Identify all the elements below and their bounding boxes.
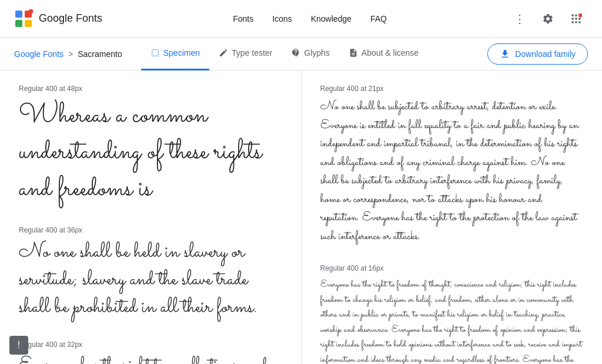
logo[interactable]: Google Fonts (14, 9, 102, 28)
tab-glyphs-label: Glyphs (304, 48, 330, 58)
feedback-button[interactable]: ! (9, 336, 28, 355)
svg-rect-10 (578, 18, 580, 19)
svg-rect-13 (578, 21, 580, 23)
specimen-text-32: Everyone has the right to an effective r… (19, 353, 282, 364)
download-button-label: Download family (515, 49, 576, 59)
specimen-icon (150, 48, 160, 58)
svg-point-14 (578, 13, 582, 17)
tab-type-tester-label: Type tester (232, 48, 272, 58)
size-label-48: Regular 400 at 48px (19, 85, 282, 93)
download-family-button[interactable]: Download family (487, 43, 588, 65)
breadcrumb-parent[interactable]: Google Fonts (14, 49, 63, 59)
header: Google Fonts Fonts Icons Knowledge FAQ ⋮ (0, 0, 602, 38)
settings-button[interactable] (536, 7, 560, 31)
main-nav: Fonts Icons Knowledge FAQ (131, 12, 489, 26)
header-actions: ⋮ (508, 7, 588, 31)
main-content: Regular 400 at 48px Whereas a common und… (0, 70, 602, 364)
apps-icon (570, 13, 582, 25)
specimen-48px: Regular 400 at 48px Whereas a common und… (19, 85, 282, 207)
specimen-32px: Regular 400 at 32px Everyone has the rig… (19, 341, 282, 364)
tab-about-label: About & license (362, 48, 419, 58)
breadcrumb-separator: > (68, 49, 73, 59)
tab-about[interactable]: About & license (339, 38, 428, 70)
tab-type-tester[interactable]: Type tester (209, 38, 282, 70)
specimen-21px: Regular 400 at 21px No one shall be subj… (320, 85, 584, 245)
svg-rect-6 (575, 14, 577, 16)
more-options-button[interactable]: ⋮ (508, 7, 531, 31)
specimen-right-column: Regular 400 at 21px No one shall be subj… (302, 70, 603, 364)
glyphs-icon (291, 48, 300, 58)
tab-specimen[interactable]: Specimen (141, 38, 209, 70)
specimen-text-21: No one shall be subjected to arbitrary a… (320, 97, 584, 245)
size-label-36: Regular 400 at 36px (19, 226, 282, 234)
specimen-text-48: Whereas a common understanding of these … (19, 97, 282, 207)
feedback-icon: ! (18, 340, 20, 350)
nav-faq[interactable]: FAQ (370, 12, 387, 26)
nav-knowledge[interactable]: Knowledge (311, 12, 352, 26)
type-tester-icon (219, 48, 228, 58)
size-label-32: Regular 400 at 32px (19, 341, 282, 349)
specimen-text-36: No one shall be held in slavery or servi… (19, 239, 282, 321)
logo-text: Google Fonts (39, 12, 102, 25)
tab-specimen-label: Specimen (163, 48, 200, 58)
nav-icons[interactable]: Icons (272, 12, 292, 26)
about-icon (349, 48, 358, 58)
svg-rect-11 (572, 21, 574, 23)
tab-glyphs[interactable]: Glyphs (282, 38, 339, 70)
svg-rect-5 (572, 14, 574, 16)
specimen-16px: Regular 400 at 16px Everyone has the rig… (320, 264, 584, 364)
svg-rect-0 (15, 11, 22, 18)
size-label-21: Regular 400 at 21px (320, 85, 584, 93)
svg-rect-3 (25, 20, 32, 27)
svg-rect-2 (15, 20, 22, 27)
tabs: Specimen Type tester Glyphs About & lice… (141, 38, 488, 70)
specimen-36px: Regular 400 at 36px No one shall be held… (19, 226, 282, 321)
svg-rect-9 (575, 18, 577, 19)
nav-fonts[interactable]: Fonts (233, 12, 253, 26)
svg-rect-12 (575, 21, 577, 23)
google-logo-icon (14, 9, 33, 28)
specimen-left-column: Regular 400 at 48px Whereas a common und… (0, 70, 302, 364)
subnav: Google Fonts > Sacramento Specimen Type … (0, 38, 602, 70)
size-label-16: Regular 400 at 16px (320, 264, 584, 272)
breadcrumb: Google Fonts > Sacramento (14, 49, 122, 59)
download-icon (500, 49, 510, 59)
svg-rect-8 (572, 18, 574, 19)
apps-button[interactable] (564, 7, 588, 31)
settings-icon (542, 13, 554, 25)
breadcrumb-current: Sacramento (78, 49, 122, 59)
specimen-text-16: Everyone has the right to freedom of tho… (320, 277, 584, 364)
